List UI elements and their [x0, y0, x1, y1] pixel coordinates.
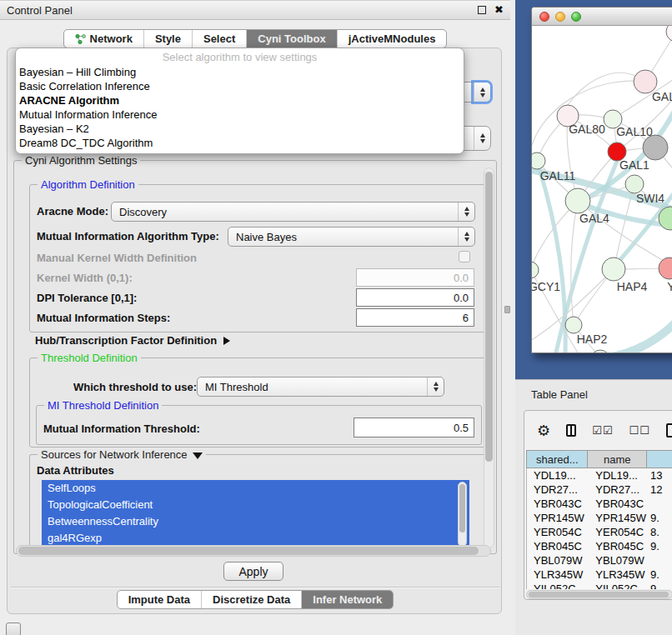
mi-steps-field[interactable]: 6 — [356, 308, 474, 327]
table-row[interactable]: YDL19...YDL19...13 — [527, 468, 672, 482]
data-attribute-item[interactable]: gal4RGexp — [42, 530, 469, 547]
network-node-y[interactable] — [659, 258, 672, 279]
algorithm-option[interactable]: Basic Correlation Inference — [16, 79, 464, 93]
table-cell[interactable]: 9. — [648, 568, 672, 582]
table-cell[interactable]: YDR27... — [589, 482, 648, 497]
close-traffic-light[interactable] — [539, 12, 549, 22]
dock-panel-icon[interactable] — [6, 622, 21, 635]
table-cell[interactable]: YDL19... — [589, 468, 648, 482]
network-view-window[interactable]: GALGAL80GAL10GAL1GAL11GAL4SWI4GCY1HAP4YH… — [531, 7, 672, 353]
network-node-hap2[interactable] — [565, 317, 582, 333]
document-icon[interactable] — [666, 423, 672, 438]
tab-network[interactable]: Network — [64, 30, 143, 48]
table-cell[interactable]: YPR145W — [527, 511, 589, 525]
checked-columns-icon[interactable]: ☑☑ — [592, 424, 613, 437]
table-cell[interactable]: YER054C — [589, 525, 648, 539]
table-cell[interactable]: 9. — [648, 582, 672, 589]
split-pane-handle[interactable] — [504, 306, 510, 313]
table-cell[interactable]: 13 — [648, 468, 672, 482]
network-node[interactable] — [666, 26, 672, 42]
table-cell[interactable]: 8. — [648, 525, 672, 539]
network-node-gcy1[interactable] — [532, 262, 539, 278]
column-header[interactable]: name — [588, 450, 647, 468]
network-canvas[interactable]: GALGAL80GAL10GAL1GAL11GAL4SWI4GCY1HAP4YH… — [532, 26, 672, 353]
table-row[interactable]: YBL079WYBL079W — [527, 553, 672, 568]
algorithm-option[interactable]: Mutual Information Inference — [16, 108, 464, 122]
algorithm-option[interactable]: Dream8 DC_TDC Algorithm — [16, 136, 464, 150]
table-cell[interactable]: YLR345W — [589, 568, 648, 582]
tab-infer-network[interactable]: Infer Network — [301, 591, 393, 608]
control-panel-titlebar: Control Panel ✖ — [0, 0, 510, 20]
algorithm-option[interactable]: Bayesian – K2 — [16, 122, 464, 136]
table-cell[interactable]: YBR043C — [527, 497, 589, 511]
sources-title[interactable]: Sources for Network Inference — [38, 448, 206, 461]
table-cell[interactable]: YDL19... — [527, 468, 589, 482]
table-row[interactable]: YER054CYER054C8. — [527, 525, 672, 539]
tab-cyni-toolbox[interactable]: Cyni Toolbox — [246, 30, 336, 48]
which-threshold-combobox[interactable]: MI Threshold — [197, 377, 444, 397]
tab-style[interactable]: Style — [143, 30, 192, 48]
algorithm-option[interactable]: Bayesian – Hill Climbing — [16, 65, 464, 79]
table-cell[interactable]: YBR045C — [527, 539, 589, 553]
table-row[interactable]: YIL052CYIL052C9. — [527, 582, 672, 589]
aracne-mode-combobox[interactable]: Discovery — [111, 202, 475, 222]
table-cell[interactable]: YBL079W — [589, 553, 648, 568]
float-window-icon[interactable] — [478, 6, 486, 14]
table-cell[interactable]: YER054C — [527, 525, 589, 539]
tab-select[interactable]: Select — [192, 30, 246, 48]
table-cell[interactable]: YDR27... — [527, 482, 589, 497]
table-cell[interactable]: 12 — [648, 482, 672, 497]
data-attributes-list[interactable]: SelfLoopsTopologicalCoefficientBetweenne… — [42, 480, 469, 548]
table-cell[interactable]: YLR345W — [527, 568, 589, 582]
zoom-traffic-light[interactable] — [571, 12, 581, 22]
settings-horizontal-scrollbar[interactable] — [16, 545, 491, 557]
split-view-icon[interactable] — [566, 424, 576, 437]
table-horizontal-scrollbar[interactable] — [526, 590, 672, 599]
table-cell[interactable]: 9. — [648, 539, 672, 553]
mi-threshold-field[interactable]: 0.5 — [354, 418, 474, 438]
data-attribute-item[interactable]: TopologicalCoefficient — [42, 497, 469, 513]
column-header[interactable]: shared... — [526, 450, 588, 468]
settings-scrollbar[interactable] — [484, 168, 494, 548]
apply-button[interactable]: Apply — [223, 562, 283, 581]
data-attribute-item[interactable]: BetweennessCentrality — [42, 513, 469, 530]
attributes-list-scrollbar[interactable] — [458, 482, 467, 547]
tab-discretize-data[interactable]: Discretize Data — [201, 591, 301, 608]
threshold-definition-title: Threshold Definition — [38, 352, 141, 364]
table-cell[interactable]: YBL079W — [527, 553, 589, 568]
table-cell[interactable] — [648, 553, 672, 568]
column-header[interactable] — [647, 450, 672, 468]
network-node-gal11[interactable] — [532, 152, 545, 169]
algorithm-option[interactable]: ARACNE Algorithm — [16, 93, 464, 108]
data-attribute-item[interactable]: SelfLoops — [42, 480, 469, 497]
table-row[interactable]: YBR043CYBR043C — [527, 497, 672, 511]
hub-definition-expander[interactable]: Hub/Transcription Factor Definition — [35, 334, 230, 347]
dpi-tolerance-field[interactable]: 0.0 — [356, 288, 474, 307]
table-cell[interactable]: YBR043C — [589, 497, 648, 511]
network-node-swi4[interactable] — [625, 175, 644, 193]
network-node-gal4[interactable] — [565, 188, 590, 213]
close-icon[interactable]: ✖ — [494, 6, 504, 14]
table-cell[interactable]: 9. — [648, 511, 672, 525]
table-cell[interactable] — [648, 497, 672, 511]
table-cell[interactable]: YIL052C — [527, 582, 589, 589]
network-node-hap4[interactable] — [602, 258, 625, 281]
network-node-label: GCY1 — [532, 280, 560, 293]
mi-algorithm-type-combobox[interactable]: Naive Bayes — [228, 227, 475, 247]
table-cell[interactable]: YBR045C — [589, 539, 648, 553]
table-row[interactable]: YBR045CYBR045C9. — [527, 539, 672, 553]
table-row[interactable]: YLR345WYLR345W9. — [527, 568, 672, 582]
gear-icon[interactable]: ⚙ — [537, 423, 550, 438]
table-cell[interactable]: YIL052C — [589, 582, 648, 589]
mi-steps-label: Mutual Information Steps: — [37, 312, 170, 324]
minimize-traffic-light[interactable] — [555, 12, 565, 22]
unchecked-columns-icon[interactable]: ☐☐ — [629, 424, 650, 437]
algorithm-definition-title: Algorithm Definition — [38, 178, 138, 191]
network-window-titlebar[interactable] — [532, 8, 672, 26]
table-row[interactable]: YDR27...YDR27...12 — [527, 482, 672, 497]
table-cell[interactable]: YPR145W — [589, 511, 648, 525]
tab-jactivemnodules[interactable]: jActiveMNodules — [337, 30, 447, 48]
network-node[interactable] — [643, 135, 668, 160]
tab-impute-data[interactable]: Impute Data — [118, 591, 201, 608]
table-row[interactable]: YPR145WYPR145W9. — [527, 511, 672, 525]
